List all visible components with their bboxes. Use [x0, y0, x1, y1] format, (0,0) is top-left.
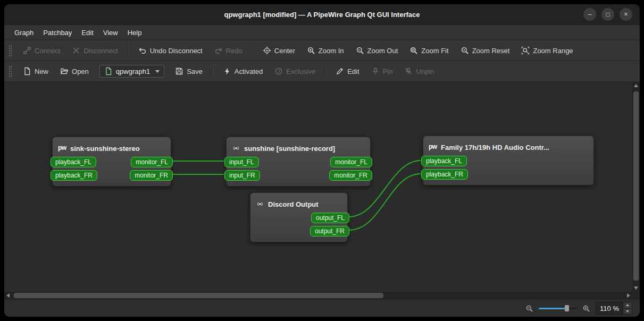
port-row: playback_FR	[423, 167, 593, 181]
connect-label: Connect	[35, 47, 60, 55]
connect-icon	[23, 46, 31, 55]
pipewire-icon: pw	[58, 144, 66, 153]
port-output-fr[interactable]: output_FR	[310, 226, 349, 236]
zoom-range-label: Zoom Range	[533, 47, 573, 55]
new-button[interactable]: New	[18, 64, 54, 79]
window-controls: – □ ×	[583, 8, 632, 21]
graph-toolbar: Connect Disconnect Undo Disconnect Redo	[4, 40, 640, 61]
undo-icon	[138, 46, 147, 55]
menu-view[interactable]: View	[98, 25, 123, 40]
zoom-in-label: Zoom In	[319, 47, 344, 55]
toolbar-separator	[212, 65, 213, 77]
exclusive-button[interactable]: f Exclusive	[269, 64, 321, 79]
scroll-down-arrow-icon[interactable]	[634, 286, 638, 290]
vertical-scrollbar[interactable]	[632, 82, 640, 292]
patchbay-file-icon	[104, 67, 113, 75]
horizontal-scrollbar[interactable]	[4, 292, 632, 299]
port-row: output_FR	[250, 224, 347, 238]
app-window: qpwgraph1 [modified] — A PipeWire Graph …	[4, 4, 640, 317]
zoom-in-icon	[582, 305, 590, 312]
exclusive-icon: f	[274, 67, 283, 75]
zoom-range-button[interactable]: Zoom Range	[516, 43, 578, 58]
node-family-hd-audio[interactable]: pw Family 17h/19h HD Audio Contr... play…	[423, 136, 594, 185]
port-monitor-fr[interactable]: monitor_FR	[329, 170, 372, 181]
toolbar-drag-handle[interactable]	[9, 65, 12, 77]
scroll-up-arrow-icon[interactable]	[634, 84, 638, 87]
open-button[interactable]: Open	[55, 64, 94, 79]
port-playback-fl[interactable]: playback_FL	[51, 157, 96, 167]
pin-icon	[371, 67, 380, 75]
connection-lines	[4, 82, 632, 292]
maximize-button[interactable]: □	[601, 8, 614, 21]
menubar: Graph Patchbay Edit View Help	[4, 25, 640, 40]
stream-icon	[232, 144, 240, 153]
close-button[interactable]: ×	[620, 8, 632, 21]
undo-disconnect-button[interactable]: Undo Disconnect	[133, 43, 208, 58]
zoom-slider-handle[interactable]	[565, 305, 569, 311]
menu-edit[interactable]: Edit	[77, 25, 98, 40]
vertical-scrollbar-thumb[interactable]	[633, 91, 639, 281]
horizontal-scrollbar-thumb[interactable]	[14, 293, 383, 298]
minimize-button[interactable]: –	[583, 8, 596, 21]
port-playback-fr[interactable]: playback_FR	[51, 170, 97, 181]
scroll-right-arrow-icon[interactable]	[627, 293, 630, 298]
zoom-in-button[interactable]: Zoom In	[302, 43, 349, 58]
node-header: sunshine [sunshine-record]	[227, 141, 370, 155]
statusbar: 110 %	[4, 299, 640, 317]
toolbar-drag-handle[interactable]	[9, 45, 12, 56]
port-monitor-fl[interactable]: monitor_FL	[131, 157, 173, 167]
port-input-fl[interactable]: input_FL	[224, 157, 259, 167]
window-title: qpwgraph1 [modified] — A PipeWire Graph …	[224, 11, 420, 19]
save-icon	[175, 67, 183, 75]
save-button[interactable]: Save	[170, 64, 208, 79]
undo-disconnect-label: Undo Disconnect	[150, 47, 203, 55]
port-output-fl[interactable]: output_FL	[311, 213, 349, 223]
zoom-spin-down-button[interactable]	[623, 309, 632, 315]
edit-button[interactable]: Edit	[330, 64, 364, 79]
scroll-left-arrow-icon[interactable]	[6, 293, 10, 298]
new-label: New	[35, 67, 48, 75]
port-playback-fr[interactable]: playback_FR	[421, 169, 468, 180]
open-folder-icon	[60, 67, 69, 75]
zoom-fit-button[interactable]: Zoom Fit	[404, 43, 454, 58]
titlebar: qpwgraph1 [modified] — A PipeWire Graph …	[4, 4, 640, 25]
connect-button[interactable]: Connect	[18, 43, 65, 58]
zoom-reset-label: Zoom Reset	[472, 47, 510, 55]
disconnect-button[interactable]: Disconnect	[66, 43, 123, 58]
port-playback-fl[interactable]: playback_FL	[421, 156, 467, 166]
port-monitor-fl[interactable]: monitor_FL	[330, 157, 372, 167]
graph-canvas-area: pw sink-sunshine-stereo playback_FL moni…	[4, 82, 640, 299]
port-monitor-fr[interactable]: monitor_FR	[130, 170, 173, 181]
menu-patchbay[interactable]: Patchbay	[38, 25, 77, 40]
zoom-spin-up-button[interactable]	[623, 302, 632, 309]
disconnect-icon	[72, 46, 80, 55]
node-title: Discord Output	[268, 200, 319, 208]
node-discord-output[interactable]: Discord Output output_FL output_FR	[250, 192, 348, 242]
port-row: playback_FR monitor_FR	[53, 168, 171, 182]
zoom-spinbox[interactable]: 110 %	[596, 302, 632, 315]
node-sink-sunshine-stereo[interactable]: pw sink-sunshine-stereo playback_FL moni…	[52, 137, 171, 187]
zoom-fit-label: Zoom Fit	[421, 47, 448, 55]
menu-graph[interactable]: Graph	[10, 25, 38, 40]
graph-canvas[interactable]: pw sink-sunshine-stereo playback_FL moni…	[4, 82, 632, 292]
redo-label: Redo	[226, 47, 242, 55]
node-sunshine-record[interactable]: sunshine [sunshine-record] input_FL moni…	[226, 137, 371, 187]
center-button[interactable]: Center	[257, 43, 300, 58]
zoom-slider[interactable]	[539, 305, 577, 312]
stream-icon	[256, 200, 264, 208]
unpin-button[interactable]: Unpin	[399, 64, 439, 79]
pipewire-icon: pw	[429, 143, 437, 151]
new-file-icon	[23, 67, 31, 75]
port-input-fr[interactable]: input_FR	[224, 170, 260, 181]
pin-button[interactable]: Pin	[366, 64, 398, 79]
patchbay-combo[interactable]: qpwgraph1	[99, 65, 164, 78]
down-arrow-icon	[626, 310, 629, 312]
zoom-in-icon	[307, 46, 315, 55]
zoom-reset-button[interactable]: Zoom Reset	[455, 43, 515, 58]
menu-help[interactable]: Help	[123, 25, 147, 40]
edit-label: Edit	[347, 67, 359, 75]
activated-button[interactable]: Activated	[218, 64, 268, 79]
redo-button[interactable]: Redo	[209, 43, 248, 58]
zoom-value[interactable]: 110 %	[596, 302, 623, 314]
zoom-out-button[interactable]: Zoom Out	[350, 43, 404, 58]
